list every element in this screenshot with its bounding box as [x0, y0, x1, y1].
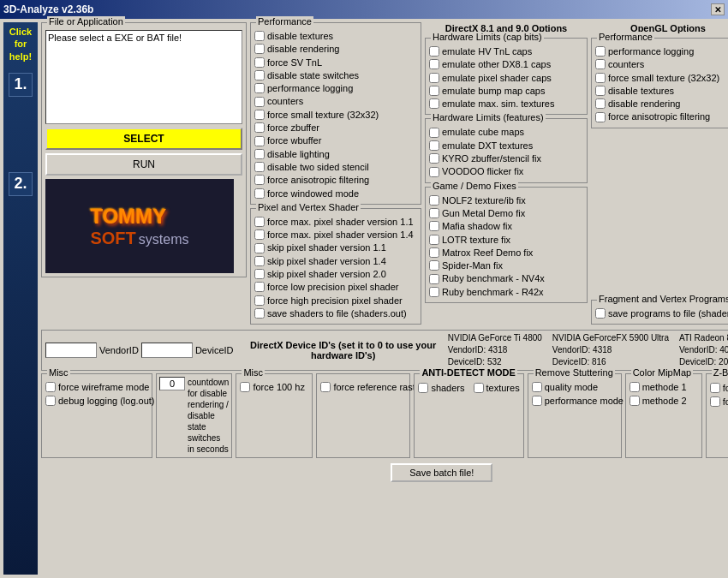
cb-emulate-pixel-shader[interactable]	[429, 73, 439, 83]
save-button-row: Save batch file!	[41, 461, 728, 485]
misc-title: Misc	[47, 367, 70, 378]
cb-quality-mode[interactable]	[532, 382, 542, 392]
cb-skip-ps-v11[interactable]	[254, 243, 265, 253]
app-title: 3D-Analyze v2.36b	[3, 3, 93, 15]
countdown-box: countdown for disable rendering / disabl…	[156, 373, 232, 458]
card-info-3: ATI Radeon 8500 VendorID: 4098 DeviceID:…	[679, 332, 728, 368]
cb-emulate-cube-maps[interactable]	[429, 128, 439, 138]
file-selection-title: File or Application	[47, 16, 125, 27]
cb-emulate-dx81[interactable]	[429, 59, 439, 69]
cb-kyro-fix[interactable]	[429, 153, 439, 164]
game-demo-fixes-group: Game / Demo Fixes NOLF2 texture/ib fix G…	[425, 187, 588, 303]
remove-stuttering-title: Remove Stuttering	[534, 367, 615, 378]
cb-ps-v14[interactable]	[254, 229, 265, 240]
zbuffer-group: Z-Buffer force 16 bit zbuffer (without s…	[706, 373, 728, 458]
countdown-label: countdown for disable rendering / disabl…	[188, 377, 229, 455]
game-demo-fixes-title: Game / Demo Fixes	[431, 181, 518, 191]
cb-disable-textures[interactable]	[254, 31, 265, 41]
performance-title: Performance	[256, 16, 313, 27]
cb-methode2[interactable]	[630, 396, 640, 406]
cb-force-ref-rast[interactable]	[320, 382, 331, 392]
force100hz-title: Misc	[242, 367, 265, 378]
dx-options-column: DirectX 8.1 and 9.0 Options Hardware Lim…	[425, 22, 588, 325]
cb-methode1[interactable]	[630, 382, 640, 392]
cb-force-small-texture[interactable]	[254, 110, 265, 120]
cb-force-sv-tnl[interactable]	[254, 57, 265, 68]
cb-force-100hz[interactable]	[240, 382, 250, 392]
cb-disable-state-switches[interactable]	[254, 70, 265, 80]
cb-textures[interactable]	[474, 383, 484, 393]
cb-force-low-ps[interactable]	[254, 282, 265, 292]
cb-skip-ps-v14[interactable]	[254, 256, 265, 266]
cb-force-high-ps[interactable]	[254, 295, 265, 306]
cb-emulate-bump-map[interactable]	[429, 86, 439, 96]
vendor-device-row: VendorID DeviceID DirectX Device ID's (s…	[41, 330, 728, 371]
cb-nolf2[interactable]	[429, 195, 439, 206]
cb-force-16-zbuffer-no-stencil[interactable]	[710, 383, 720, 393]
remove-stuttering-group: Remove Stuttering quality mode performan…	[528, 373, 622, 458]
force100hz-group: Misc force 100 hz	[236, 373, 313, 458]
cb-lotr[interactable]	[429, 235, 439, 245]
cb-ogl-counters[interactable]	[595, 59, 606, 69]
cb-save-shaders[interactable]	[254, 308, 265, 319]
textures-label: textures	[486, 382, 520, 394]
cb-emulate-max-textures[interactable]	[429, 98, 439, 109]
logo-text: TOMMY	[90, 205, 166, 228]
click-help-label[interactable]: Click for help!	[9, 26, 32, 63]
file-path-text: Please select a EXE or BAT file!	[48, 33, 182, 43]
cb-matrox-reef[interactable]	[429, 247, 439, 258]
cb-performance-mode[interactable]	[532, 396, 542, 406]
shaders-label: shaders	[431, 382, 464, 394]
card-info-2: NVIDIA GeForceFX 5900 Ultra VendorID: 43…	[552, 332, 669, 368]
cb-force-16-zbuffer-stencil[interactable]	[710, 396, 720, 407]
cb-disable-rendering[interactable]	[254, 44, 265, 54]
vendor-id-input[interactable]	[45, 343, 97, 358]
cb-spiderman[interactable]	[429, 260, 439, 271]
cb-disable-lighting[interactable]	[254, 149, 265, 159]
cb-force-windowed[interactable]	[254, 188, 265, 199]
close-button[interactable]: ✕	[711, 3, 725, 15]
cb-ogl-perf-logging[interactable]	[595, 46, 606, 57]
cb-save-programs[interactable]	[595, 308, 606, 319]
opengl-performance-title: Performance	[597, 32, 654, 42]
cb-ogl-disable-rendering[interactable]	[595, 98, 606, 109]
countdown-input[interactable]	[159, 377, 185, 390]
select-button[interactable]: SELECT	[45, 128, 242, 150]
directx-ids-title: DirectX Device ID's (set it to 0 to use …	[242, 340, 445, 361]
cb-skip-ps-v20[interactable]	[254, 269, 265, 279]
cb-disable-two-sided-stencil[interactable]	[254, 162, 265, 172]
logo-subtext: SOFT	[90, 229, 135, 247]
misc-group: Misc force wireframe mode debug logging …	[41, 373, 152, 458]
hw-limits-features-group: Hardware Limits (features) emulate cube …	[425, 118, 588, 182]
hw-limits-caps-group: Hardware Limits (cap bits) emulate HV Tn…	[425, 38, 588, 115]
cb-debug-logging[interactable]	[45, 396, 56, 406]
color-mipmap-group: Color MipMap methode 1 methode 2	[625, 373, 702, 458]
save-batch-button[interactable]: Save batch file!	[391, 463, 492, 482]
cb-shaders[interactable]	[418, 383, 428, 393]
opengl-performance-group: Performance performance logging counters…	[591, 38, 728, 128]
logo-area: TOMMY SOFT systems	[45, 179, 234, 273]
cb-ogl-small-texture[interactable]	[595, 73, 606, 83]
cb-force-anisotropic[interactable]	[254, 175, 265, 185]
cb-voodoo-fix[interactable]	[429, 167, 439, 177]
cb-force-zbuffer[interactable]	[254, 122, 265, 133]
cb-counters[interactable]	[254, 97, 265, 107]
cb-ogl-anisotropic[interactable]	[595, 112, 606, 122]
cb-gun-metal[interactable]	[429, 208, 439, 218]
cb-ogl-disable-textures[interactable]	[595, 86, 606, 96]
run-button[interactable]: RUN	[45, 153, 242, 176]
fragment-vertex-group: Fragment and Vertex Programs save progra…	[591, 300, 728, 325]
color-mipmap-title: Color MipMap	[631, 367, 693, 378]
cb-emulate-hv-tnl[interactable]	[429, 46, 439, 57]
cb-force-wbuffer[interactable]	[254, 136, 265, 146]
cb-wireframe[interactable]	[45, 382, 56, 392]
cb-performance-logging[interactable]	[254, 83, 265, 93]
device-id-input[interactable]	[141, 343, 193, 358]
cb-emulate-dxt[interactable]	[429, 140, 439, 151]
cb-ruby-nv4x[interactable]	[429, 274, 439, 284]
card-info-1: NVIDIA GeForce Ti 4800 VendorID: 4318 De…	[448, 332, 542, 368]
cb-ps-v11[interactable]	[254, 217, 265, 227]
cb-mafia-shadow[interactable]	[429, 221, 439, 231]
cb-ruby-r42x[interactable]	[429, 287, 439, 297]
fragment-vertex-title: Fragment and Vertex Programs	[597, 294, 728, 304]
